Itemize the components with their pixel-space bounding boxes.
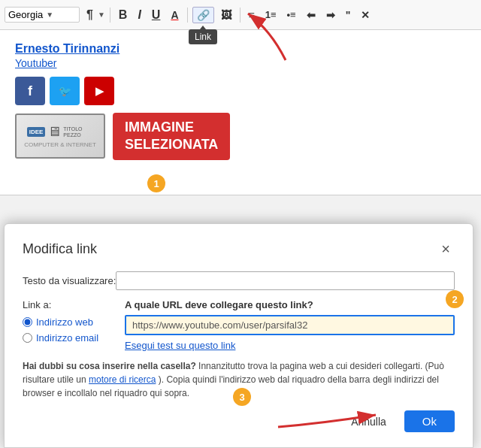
close-button[interactable]: × (437, 239, 455, 259)
radio-email-label[interactable]: Indirizzo email (23, 332, 113, 344)
ul-button[interactable]: •≡ (283, 8, 300, 22)
modal-header: Modifica link × (23, 239, 455, 259)
testo-input[interactable] (116, 271, 455, 290)
clear-format-button[interactable]: ✕ (357, 8, 374, 23)
url-input[interactable] (125, 315, 455, 335)
indent-more-button[interactable]: ➡ (322, 8, 339, 23)
main-container: Georgia ▼ ¶ ▼ B I U A 🔗 Link (0, 0, 481, 448)
divider-2 (187, 8, 188, 23)
link-section: Link a: Indirizzo web Indirizzo email A … (23, 299, 455, 352)
radio-email-text: Indirizzo email (36, 332, 98, 344)
author-name: Ernesto Tirinnanzi (15, 42, 466, 56)
align-button[interactable]: ≡ (245, 8, 259, 23)
circle-3: 3 (233, 388, 251, 406)
modal-title: Modifica link (23, 241, 97, 257)
font-size-btn[interactable]: ¶ ▼ (83, 7, 105, 23)
youtube-icon[interactable]: ▶ (84, 77, 114, 105)
image-button[interactable]: 🖼 (217, 8, 235, 23)
author-title: Youtuber (15, 57, 466, 69)
quote-button[interactable]: " (342, 8, 355, 23)
cancel-button[interactable]: Annulla (342, 411, 395, 432)
circle-2: 2 (446, 290, 464, 308)
editor-content: Ernesto Tirinnanzi Youtuber f 🐦 ▶ (0, 30, 481, 172)
link-btn-wrap: 🔗 Link (192, 7, 214, 23)
ol-button[interactable]: 1≡ (262, 8, 280, 22)
divider-3 (240, 8, 240, 23)
link-tooltip: Link (189, 29, 217, 44)
link-button[interactable]: 🔗 (192, 7, 214, 23)
divider-1 (110, 8, 110, 23)
modal-footer: 3 Annulla Ok (23, 410, 455, 432)
link-type-col: Link a: Indirizzo web Indirizzo email (23, 299, 113, 352)
radio-web-label[interactable]: Indirizzo web (23, 316, 113, 328)
testo-row: Testo da visualizzare: (23, 271, 455, 290)
facebook-icon[interactable]: f (15, 77, 45, 105)
font-family-arrow: ▼ (46, 11, 53, 19)
link-label: Link a: (23, 299, 113, 310)
italic-button[interactable]: I (134, 7, 144, 23)
help-bold: Hai dubbi su cosa inserire nella casella… (23, 361, 196, 371)
radio-email[interactable] (23, 333, 32, 343)
font-color-button[interactable]: A (167, 8, 182, 23)
modal-dialog: Modifica link × Testo da visualizzare: L… (4, 223, 473, 448)
editor-area: Georgia ▼ ¶ ▼ B I U A 🔗 Link (0, 0, 481, 195)
bold-button[interactable]: B (115, 7, 132, 23)
indent-less-button[interactable]: ⬅ (303, 8, 319, 23)
ok-button[interactable]: Ok (404, 410, 455, 432)
font-size-arrow: ▼ (98, 11, 105, 19)
font-color-label: A (171, 9, 178, 21)
font-family-label: Georgia (8, 9, 43, 20)
selected-image-label: IMMAGINE SELEZIONATA (113, 113, 230, 160)
radio-web-text: Indirizzo web (36, 316, 93, 328)
test-link[interactable]: Esegui test su questo link (125, 340, 235, 351)
link-tooltip-text: Link (195, 32, 211, 42)
selected-image-wrap: IDEE 🖥 TITOLO PEZZO COMPUTER & INTERNET … (15, 113, 466, 160)
testo-label: Testo da visualizzare: (23, 275, 116, 286)
toolbar: Georgia ▼ ¶ ▼ B I U A 🔗 Link (0, 0, 481, 30)
font-family-selector[interactable]: Georgia ▼ (5, 7, 80, 23)
circle-1: 1 (147, 174, 165, 192)
radio-web[interactable] (23, 317, 32, 327)
radio-col: Indirizzo web Indirizzo email (23, 316, 113, 344)
paragraph-icon[interactable]: ¶ (83, 7, 97, 23)
social-icons: f 🐦 ▶ (15, 77, 466, 105)
url-section: A quale URL deve collegare questo link? … (125, 299, 455, 352)
image-preview[interactable]: IDEE 🖥 TITOLO PEZZO COMPUTER & INTERNET (15, 114, 105, 159)
url-question: A quale URL deve collegare questo link? (125, 299, 455, 310)
help-link[interactable]: motore di ricerca (89, 374, 156, 385)
underline-button[interactable]: U (148, 7, 165, 23)
twitter-icon[interactable]: 🐦 (50, 77, 80, 105)
